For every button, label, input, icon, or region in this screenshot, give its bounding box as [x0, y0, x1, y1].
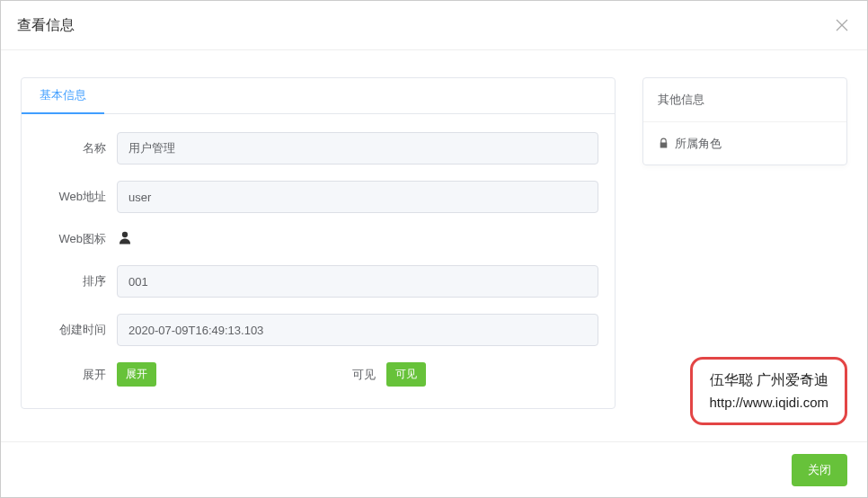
sidebar-item-other[interactable]: 其他信息 [643, 78, 846, 121]
label-expand: 展开 [38, 367, 117, 383]
left-column: 基本信息 名称 Web地址 [21, 77, 616, 432]
tag-expand: 展开 [117, 362, 156, 387]
user-icon [117, 233, 133, 248]
row-flags: 展开 展开 可见 可见 [38, 362, 598, 387]
dialog-title: 查看信息 [17, 16, 75, 35]
label-web-addr: Web地址 [38, 189, 117, 205]
side-card: 其他信息 所属角色 [642, 77, 847, 165]
row-sort: 排序 [38, 265, 598, 298]
sidebar-item-label: 其他信息 [658, 92, 704, 108]
tab-basic-info[interactable]: 基本信息 [22, 78, 104, 114]
close-icon[interactable] [833, 16, 851, 34]
tag-visible: 可见 [386, 362, 426, 387]
sidebar-item-label: 所属角色 [675, 136, 722, 152]
sidebar-item-roles[interactable]: 所属角色 [643, 121, 846, 165]
row-name: 名称 [38, 132, 598, 165]
row-web-icon: Web图标 [38, 229, 598, 249]
svg-point-2 [122, 232, 128, 237]
input-create-time[interactable] [117, 314, 598, 346]
watermark-url: http://www.iqidi.com [709, 392, 828, 414]
input-sort[interactable] [117, 265, 598, 298]
lock-icon [658, 138, 669, 149]
label-visible: 可见 [352, 367, 386, 383]
watermark: 伍华聪 广州爱奇迪 http://www.iqidi.com [690, 357, 847, 425]
dialog: 查看信息 基本信息 名称 Web地址 [0, 0, 868, 498]
input-name[interactable] [117, 132, 598, 165]
close-button[interactable]: 关闭 [792, 454, 847, 486]
label-name: 名称 [38, 140, 117, 156]
watermark-name: 伍华聪 广州爱奇迪 [709, 369, 828, 392]
form-card: 基本信息 名称 Web地址 [21, 77, 616, 409]
label-web-icon: Web图标 [38, 231, 117, 247]
input-web-addr[interactable] [117, 181, 598, 213]
form-body: 名称 Web地址 Web图标 [22, 114, 615, 408]
dialog-footer: 关闭 [1, 441, 867, 497]
label-sort: 排序 [38, 273, 117, 289]
tab-bar: 基本信息 [22, 78, 615, 114]
row-create-time: 创建时间 [38, 314, 598, 346]
label-create-time: 创建时间 [38, 322, 117, 338]
dialog-header: 查看信息 [1, 1, 867, 50]
row-web-addr: Web地址 [38, 181, 598, 213]
